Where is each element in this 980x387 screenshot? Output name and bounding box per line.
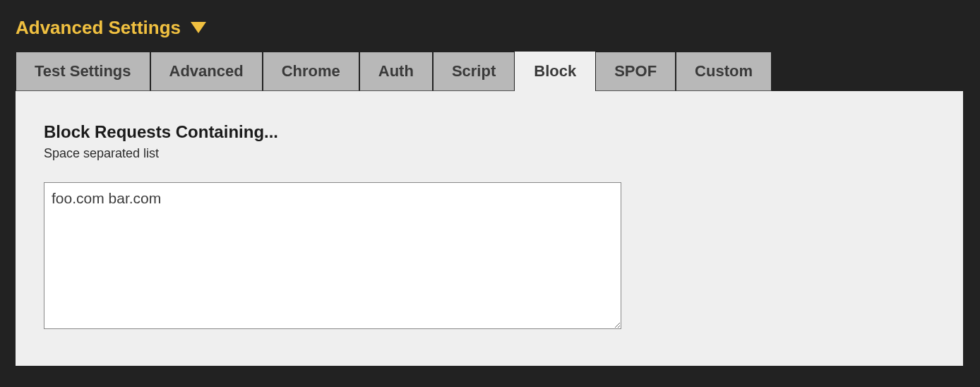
section-subtitle: Space separated list bbox=[44, 146, 935, 161]
advanced-settings-header[interactable]: Advanced Settings bbox=[0, 0, 980, 52]
section-title: Block Requests Containing... bbox=[44, 122, 935, 142]
tabs-bar: Test Settings Advanced Chrome Auth Scrip… bbox=[16, 52, 980, 91]
tab-test-settings[interactable]: Test Settings bbox=[16, 52, 150, 91]
tab-advanced[interactable]: Advanced bbox=[150, 52, 263, 91]
tab-content-panel: Block Requests Containing... Space separ… bbox=[16, 91, 963, 366]
block-requests-textarea[interactable] bbox=[44, 182, 621, 329]
svg-marker-0 bbox=[191, 22, 206, 33]
page-title: Advanced Settings bbox=[16, 17, 181, 39]
chevron-down-icon bbox=[191, 22, 206, 35]
tab-block[interactable]: Block bbox=[515, 52, 595, 91]
tab-chrome[interactable]: Chrome bbox=[263, 52, 359, 91]
tab-auth[interactable]: Auth bbox=[359, 52, 433, 91]
tab-script[interactable]: Script bbox=[433, 52, 515, 91]
tab-spof[interactable]: SPOF bbox=[595, 52, 676, 91]
tab-custom[interactable]: Custom bbox=[676, 52, 772, 91]
